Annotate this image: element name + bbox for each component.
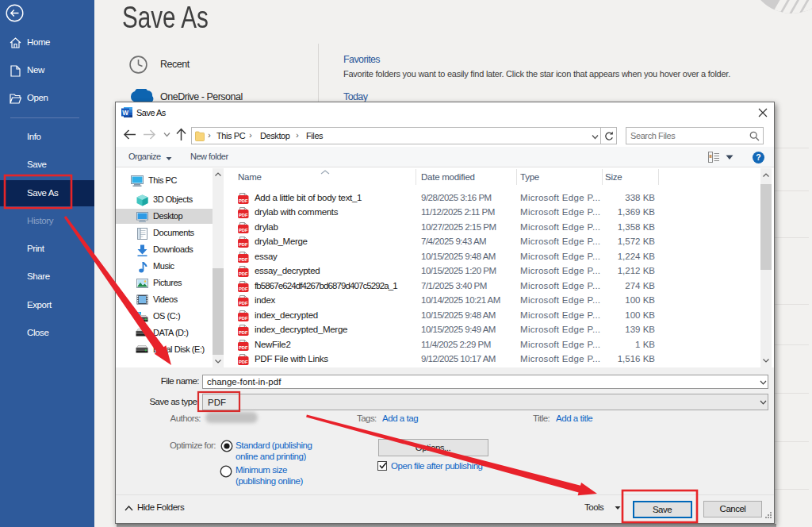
svg-text:W: W: [122, 110, 128, 117]
svg-text:?: ?: [756, 152, 760, 162]
